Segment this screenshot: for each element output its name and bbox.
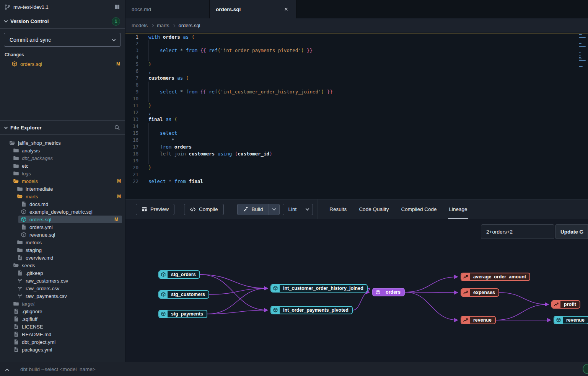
chevron-down-icon	[4, 19, 8, 23]
breadcrumb-item[interactable]: marts	[157, 23, 169, 28]
tree-item-jaffle_shop_metrics[interactable]: jaffle_shop_metrics	[0, 139, 125, 147]
code-line-11[interactable]: 11)	[125, 102, 588, 109]
lint-button[interactable]: Lint	[283, 204, 302, 215]
tree-item-etc[interactable]: etc	[0, 162, 125, 170]
code-line-15[interactable]: 15 select	[125, 130, 588, 137]
code-line-19[interactable]: 19	[125, 157, 588, 164]
tree-item-target[interactable]: target	[0, 300, 125, 307]
lineage-node-orders[interactable]: orders	[372, 288, 405, 296]
commit-and-sync-button[interactable]: Commit and sync	[4, 33, 107, 46]
code-line-16[interactable]: 16 *	[125, 137, 588, 144]
panels-icon[interactable]	[114, 4, 120, 10]
folder-open-icon	[9, 140, 15, 146]
search-icon[interactable]	[114, 124, 120, 131]
tree-item-.gitkeep[interactable]: .gitkeep	[0, 269, 125, 277]
tree-item-models[interactable]: modelsM	[0, 177, 125, 185]
lineage-node-label: stg_orders	[168, 271, 199, 278]
compile-button[interactable]: Compile	[184, 204, 224, 215]
changed-file-row[interactable]: orders.sql M	[0, 60, 125, 68]
code-line-5[interactable]: 5)	[125, 61, 588, 68]
tree-item-analysis[interactable]: analysis	[0, 147, 125, 154]
lint-options-button[interactable]	[302, 204, 313, 215]
commit-options-button[interactable]	[107, 33, 121, 46]
tree-item-marts[interactable]: martsM	[0, 193, 125, 200]
tree-item-metrics[interactable]: metrics	[0, 239, 125, 246]
lineage-node-revenue_model[interactable]: revenue	[554, 316, 588, 324]
code-line-22[interactable]: 22select * from final	[125, 178, 588, 185]
tree-item-LICENSE[interactable]: LICENSE	[0, 323, 125, 330]
code-line-17[interactable]: 17 from orders	[125, 144, 588, 150]
tree-item-.sqlfluff[interactable]: .sqlfluff	[0, 315, 125, 323]
code-line-4[interactable]: 4	[125, 54, 588, 61]
breadcrumb-item[interactable]: models	[132, 23, 148, 28]
expand-command-bar-button[interactable]	[0, 362, 14, 376]
code-line-18[interactable]: 18 left join customers using (customer_i…	[125, 150, 588, 157]
dbt-command-input[interactable]	[14, 362, 588, 376]
code-line-8[interactable]: 8	[125, 82, 588, 88]
build-button[interactable]: Build	[238, 204, 269, 215]
code-line-2[interactable]: 2	[125, 40, 588, 47]
lineage-node-label: revenue	[563, 317, 588, 324]
breadcrumb: models marts orders.sql	[125, 18, 588, 33]
code-line-14[interactable]: 14	[125, 123, 588, 130]
lineage-node-stg_orders[interactable]: stg_orders	[158, 270, 200, 279]
tab-lineage[interactable]: Lineage	[443, 199, 473, 219]
tab-compiled-code[interactable]: Compiled Code	[395, 199, 443, 219]
version-control-header[interactable]: Version Control 1	[0, 14, 125, 29]
close-tab-icon[interactable]	[282, 5, 290, 13]
line-number: 10	[125, 95, 138, 102]
code-line-9[interactable]: 9 select * from {{ ref('int_customer_ord…	[125, 88, 588, 95]
tree-item-raw_customers.csv[interactable]: raw_customers.csv	[0, 277, 125, 284]
lineage-selector-input[interactable]	[481, 224, 554, 239]
model-cube-icon	[11, 61, 18, 67]
tab-orders-sql[interactable]: orders.sql	[210, 0, 296, 18]
code-editor[interactable]: 1with orders as (23 select * from {{ ref…	[125, 33, 588, 199]
tree-item-orders.sql[interactable]: orders.sqlM	[18, 216, 122, 223]
code-line-3[interactable]: 3 select * from {{ ref('int_order_paymen…	[125, 47, 588, 54]
folder-open-icon	[17, 193, 23, 199]
tree-item-dbt_packages[interactable]: dbt_packages	[0, 154, 125, 162]
tree-item-raw_orders.csv[interactable]: raw_orders.csv	[0, 284, 125, 292]
folder-icon	[17, 239, 23, 245]
tree-item-docs.md[interactable]: docs.md	[0, 200, 125, 208]
code-line-21[interactable]: 21	[125, 171, 588, 178]
lineage-node-int_customer_order_history_joined[interactable]: int_customer_order_history_joined	[270, 284, 368, 293]
code-line-6[interactable]: 6,	[125, 68, 588, 75]
tree-item-intermediate[interactable]: intermediate	[0, 185, 125, 193]
tree-item-packages.yml[interactable]: packages.yml	[0, 346, 125, 353]
lineage-node-average_order_amount[interactable]: average_order_amount	[461, 273, 530, 281]
tree-item-dbt_project.yml[interactable]: dbt_project.yml	[0, 338, 125, 346]
lineage-node-stg_payments[interactable]: stg_payments	[158, 310, 207, 318]
tab-code-quality[interactable]: Code Quality	[353, 199, 395, 219]
lineage-node-expenses[interactable]: expenses	[461, 288, 499, 297]
build-options-button[interactable]	[269, 204, 279, 215]
tree-item-logs[interactable]: logs	[0, 170, 125, 177]
lineage-node-profit[interactable]: profit	[551, 300, 580, 309]
lineage-node-stg_customers[interactable]: stg_customers	[158, 290, 209, 299]
tree-item-seeds[interactable]: seeds	[0, 262, 125, 269]
lineage-node-label: int_customer_order_history_joined	[280, 285, 367, 292]
preview-button[interactable]: Preview	[136, 204, 174, 215]
code-line-13[interactable]: 13final as (	[125, 116, 588, 123]
code-line-12[interactable]: 12,	[125, 109, 588, 116]
lineage-node-int_order_payments_pivoted[interactable]: int_order_payments_pivoted	[270, 306, 353, 314]
minimap[interactable]	[579, 34, 587, 67]
tree-item-staging[interactable]: staging	[0, 246, 125, 254]
tree-item-overview.md[interactable]: overview.md	[0, 254, 125, 262]
file-explorer-header[interactable]: File Explorer	[0, 120, 125, 135]
tree-item-README.md[interactable]: README.md	[0, 330, 125, 338]
tree-item-revenue.sql[interactable]: revenue.sql	[0, 231, 125, 239]
code-line-10[interactable]: 10	[125, 95, 588, 102]
code-line-20[interactable]: 20)	[125, 164, 588, 171]
tree-item-example_develop_metric.sql[interactable]: example_develop_metric.sql	[0, 208, 125, 216]
tree-item-.gitignore[interactable]: .gitignore	[0, 307, 125, 315]
lineage-node-revenue_metric[interactable]: revenue	[461, 316, 496, 324]
tab-results[interactable]: Results	[323, 199, 353, 219]
line-number: 8	[125, 82, 138, 88]
tab-docs-md[interactable]: docs.md	[125, 0, 210, 18]
tree-item-raw_payments.csv[interactable]: raw_payments.csv	[0, 292, 125, 300]
code-line-1[interactable]: 1with orders as (	[125, 33, 588, 40]
tree-item-orders.yml[interactable]: orders.yml	[0, 223, 125, 231]
update-graph-button[interactable]: Update G	[555, 224, 588, 239]
code-line-7[interactable]: 7customers as (	[125, 75, 588, 82]
